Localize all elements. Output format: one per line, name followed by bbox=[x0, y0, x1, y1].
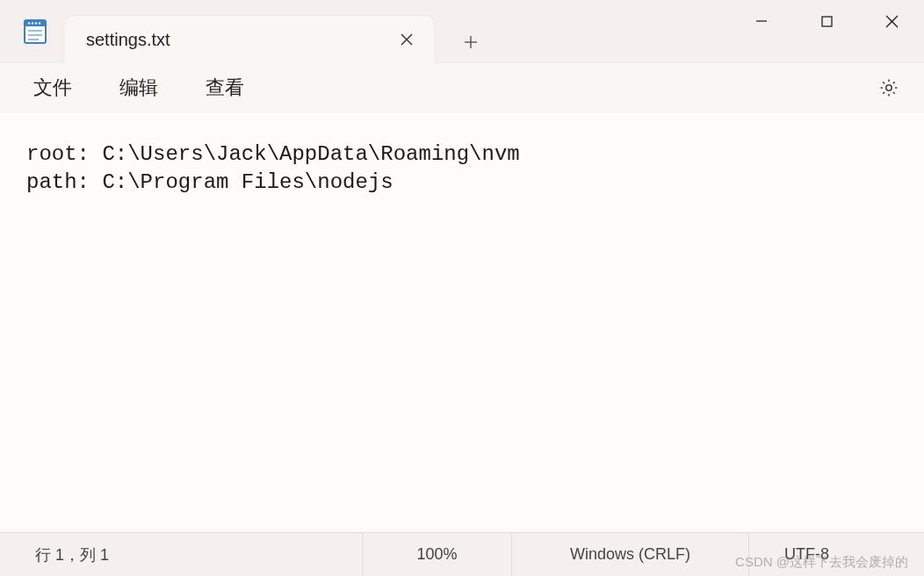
minimize-button[interactable] bbox=[729, 0, 794, 42]
settings-button[interactable] bbox=[871, 70, 906, 105]
menu-file[interactable]: 文件 bbox=[18, 68, 88, 108]
tab-active[interactable]: settings.txt bbox=[65, 16, 434, 63]
editor-content[interactable]: root: C:\Users\Jack\AppData\Roaming\nvm … bbox=[26, 140, 898, 198]
new-tab-button[interactable] bbox=[450, 21, 492, 63]
svg-point-2 bbox=[28, 22, 30, 24]
close-window-button[interactable] bbox=[859, 0, 924, 42]
svg-point-3 bbox=[32, 22, 33, 24]
status-zoom[interactable]: 100% bbox=[362, 533, 511, 576]
window-controls bbox=[729, 0, 924, 47]
maximize-button[interactable] bbox=[794, 0, 859, 42]
statusbar: 行 1，列 1 100% Windows (CRLF) UTF-8 bbox=[0, 532, 924, 576]
tabs-area: settings.txt bbox=[65, 0, 729, 63]
titlebar: settings.txt bbox=[0, 0, 924, 63]
menu-edit[interactable]: 编辑 bbox=[104, 68, 174, 108]
menu-view[interactable]: 查看 bbox=[190, 68, 260, 108]
status-cursor-position[interactable]: 行 1，列 1 bbox=[0, 533, 362, 576]
notepad-icon bbox=[21, 18, 49, 46]
tab-title: settings.txt bbox=[86, 30, 392, 50]
menubar: 文件 编辑 查看 bbox=[0, 63, 924, 112]
status-encoding[interactable]: UTF-8 bbox=[748, 533, 924, 576]
svg-point-4 bbox=[35, 22, 37, 24]
svg-rect-14 bbox=[822, 17, 832, 26]
svg-point-5 bbox=[39, 22, 40, 24]
svg-point-17 bbox=[886, 85, 892, 90]
close-tab-button[interactable] bbox=[392, 25, 422, 54]
status-line-ending[interactable]: Windows (CRLF) bbox=[511, 533, 748, 576]
editor-area[interactable]: root: C:\Users\Jack\AppData\Roaming\nvm … bbox=[0, 112, 924, 532]
